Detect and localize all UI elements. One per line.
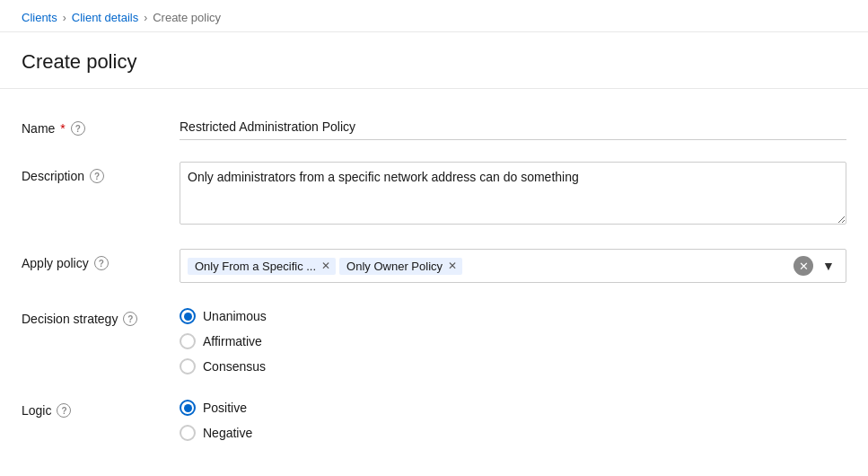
apply-policy-label: Apply policy ? <box>22 249 165 270</box>
radio-positive-indicator <box>180 400 196 416</box>
description-help-icon[interactable]: ? <box>90 169 104 183</box>
tags-dropdown-button[interactable]: ▼ <box>819 256 838 276</box>
apply-policy-row: Apply policy ? Only From a Specific ... … <box>22 249 846 283</box>
description-row: Description ? <box>22 162 846 227</box>
breadcrumb-sep-2: › <box>144 12 147 24</box>
breadcrumb-current: Create policy <box>153 11 221 24</box>
logic-group: Positive Negative <box>180 396 846 441</box>
logic-label: Logic ? <box>22 396 165 418</box>
logic-field: Positive Negative <box>180 396 846 441</box>
name-input[interactable] <box>180 114 846 140</box>
decision-strategy-group: Unanimous Affirmative Consensus <box>180 304 846 375</box>
radio-unanimous[interactable]: Unanimous <box>180 308 846 324</box>
logic-help-icon[interactable]: ? <box>57 403 71 418</box>
radio-consensus-label: Consensus <box>203 359 266 374</box>
tag-label-2: Only Owner Policy <box>346 260 443 273</box>
description-field <box>180 162 846 227</box>
tags-actions: ✕ ▼ <box>793 256 838 276</box>
decision-strategy-label: Decision strategy ? <box>22 304 165 326</box>
clear-all-button[interactable]: ✕ <box>793 256 813 276</box>
radio-unanimous-indicator <box>180 308 196 324</box>
radio-consensus-indicator <box>180 358 196 375</box>
breadcrumb: Clients › Client details › Create policy <box>0 0 868 32</box>
create-policy-form: Name * ? Description ? Apply policy ? On… <box>0 89 868 476</box>
tag-only-owner-policy: Only Owner Policy ✕ <box>339 258 462 275</box>
radio-affirmative-indicator <box>180 333 196 349</box>
page-title-section: Create policy <box>0 32 868 89</box>
decision-strategy-field: Unanimous Affirmative Consensus <box>180 304 846 375</box>
description-input[interactable] <box>180 162 846 225</box>
apply-policy-help-icon[interactable]: ? <box>94 256 109 270</box>
breadcrumb-client-details[interactable]: Client details <box>72 11 138 24</box>
name-help-icon[interactable]: ? <box>71 121 85 136</box>
radio-negative-label: Negative <box>203 426 252 440</box>
radio-affirmative-label: Affirmative <box>203 334 262 348</box>
tags-input-container[interactable]: Only From a Specific ... ✕ Only Owner Po… <box>180 249 846 283</box>
breadcrumb-clients[interactable]: Clients <box>22 11 57 24</box>
radio-positive-label: Positive <box>203 401 247 415</box>
tag-close-1[interactable]: ✕ <box>321 260 330 272</box>
radio-negative-indicator <box>180 425 196 441</box>
page-title: Create policy <box>22 50 846 74</box>
logic-row: Logic ? Positive Negative <box>22 396 846 441</box>
name-field <box>180 114 846 140</box>
name-label: Name * ? <box>22 114 165 136</box>
radio-consensus[interactable]: Consensus <box>180 358 846 375</box>
tag-only-from-specific: Only From a Specific ... ✕ <box>188 258 336 275</box>
radio-unanimous-label: Unanimous <box>203 309 267 323</box>
radio-positive[interactable]: Positive <box>180 400 846 416</box>
name-row: Name * ? <box>22 114 846 140</box>
radio-affirmative[interactable]: Affirmative <box>180 333 846 349</box>
description-label: Description ? <box>22 162 165 183</box>
breadcrumb-sep-1: › <box>63 12 66 24</box>
apply-policy-field: Only From a Specific ... ✕ Only Owner Po… <box>180 249 846 283</box>
required-indicator: * <box>60 121 65 136</box>
decision-strategy-row: Decision strategy ? Unanimous Affirmativ… <box>22 304 846 375</box>
radio-negative[interactable]: Negative <box>180 425 846 441</box>
decision-strategy-help-icon[interactable]: ? <box>123 312 137 326</box>
tag-close-2[interactable]: ✕ <box>448 260 457 272</box>
tag-label-1: Only From a Specific ... <box>195 260 316 273</box>
